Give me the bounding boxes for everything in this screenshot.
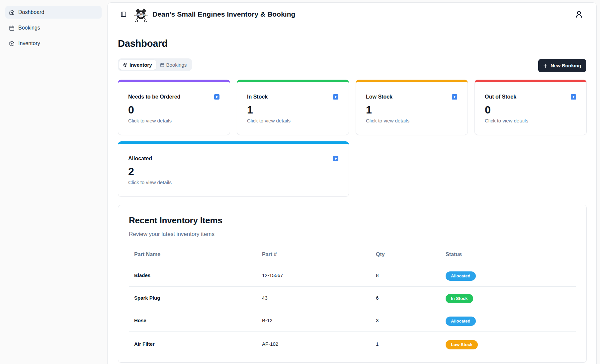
svg-text:LTD: LTD bbox=[139, 17, 142, 18]
svg-text:Dean's: Dean's bbox=[139, 13, 143, 14]
